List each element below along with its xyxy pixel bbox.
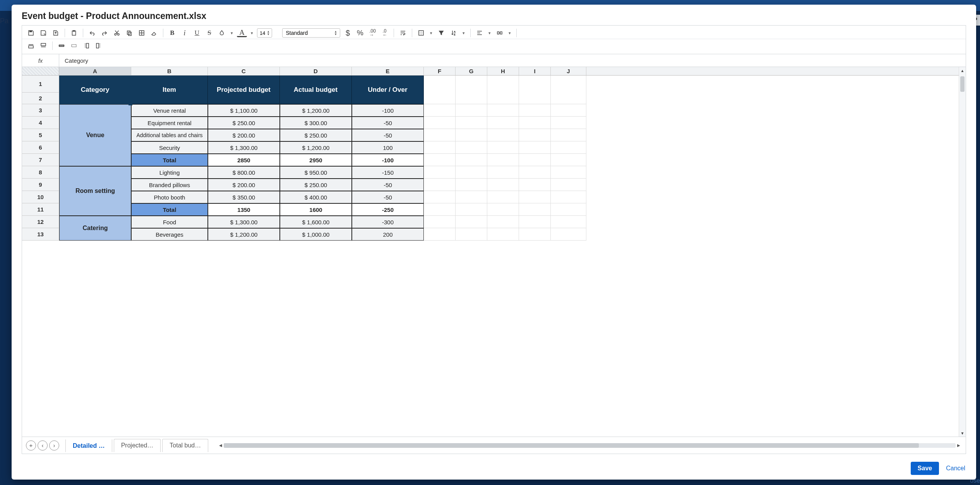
cell[interactable] (487, 76, 519, 104)
cell[interactable] (456, 166, 487, 179)
cell[interactable] (487, 129, 519, 141)
cell[interactable] (519, 216, 551, 228)
cell[interactable] (424, 191, 456, 203)
scroll-thumb[interactable] (960, 76, 965, 92)
cell[interactable]: $ 250.00 (208, 117, 280, 129)
sort-dropdown-icon[interactable]: ▾ (461, 28, 466, 38)
cell[interactable] (519, 191, 551, 203)
borders-icon[interactable] (416, 28, 426, 38)
cell[interactable] (424, 179, 456, 191)
cancel-button[interactable]: Cancel (946, 465, 965, 472)
vertical-scrollbar[interactable]: ▲ ▼ (959, 67, 966, 437)
cell[interactable] (519, 117, 551, 129)
cell[interactable]: Food (131, 216, 208, 228)
cell[interactable]: $ 350.00 (208, 191, 280, 203)
merge-dropdown-icon[interactable]: ▾ (507, 28, 512, 38)
col-header[interactable]: F (424, 67, 456, 75)
cells-area[interactable]: Category Item Projected budget Actual bu… (59, 76, 959, 437)
insert-col-right-icon[interactable] (94, 41, 104, 51)
hscroll-thumb[interactable] (224, 443, 919, 448)
cell[interactable]: $ 250.00 (280, 129, 352, 141)
cell[interactable] (456, 104, 487, 117)
cell[interactable] (456, 191, 487, 203)
cell[interactable] (519, 203, 551, 216)
cell[interactable] (519, 154, 551, 166)
add-sheet-button[interactable]: + (26, 440, 36, 451)
cell[interactable] (424, 141, 456, 154)
sort-icon[interactable]: AZ (449, 28, 459, 38)
bgcolor-icon[interactable] (217, 28, 227, 38)
row-header[interactable]: 6 (22, 141, 59, 154)
cell[interactable] (551, 76, 586, 104)
cell[interactable]: -100 (352, 104, 424, 117)
cell[interactable] (487, 203, 519, 216)
row-header[interactable]: 13 (22, 228, 59, 241)
fx-input[interactable]: Category (59, 54, 966, 67)
row-header[interactable]: 9 (22, 179, 59, 191)
cut-icon[interactable] (112, 28, 122, 38)
cell[interactable] (519, 76, 551, 104)
erase-icon[interactable] (149, 28, 159, 38)
cell[interactable]: $ 1,300.00 (208, 141, 280, 154)
cell[interactable]: -300 (352, 216, 424, 228)
cell[interactable] (551, 154, 586, 166)
copy-icon[interactable] (124, 28, 134, 38)
col-header[interactable]: B (131, 67, 208, 75)
row-header[interactable]: 10 (22, 191, 59, 203)
cell[interactable] (487, 228, 519, 241)
cell[interactable]: $ 1,200.00 (280, 141, 352, 154)
cell[interactable]: -50 (352, 117, 424, 129)
cell[interactable] (456, 203, 487, 216)
percent-icon[interactable]: % (355, 28, 365, 38)
cell[interactable]: Lighting (131, 166, 208, 179)
col-header[interactable]: I (519, 67, 551, 75)
redo-icon[interactable] (99, 28, 110, 38)
scroll-up-icon[interactable]: ▲ (959, 67, 966, 74)
bold-icon[interactable]: B (167, 28, 177, 38)
cell[interactable]: Venue (59, 104, 131, 166)
cell[interactable] (424, 166, 456, 179)
cell[interactable]: $ 400.00 (280, 191, 352, 203)
cell[interactable]: -100 (352, 154, 424, 166)
cell[interactable] (551, 141, 586, 154)
cell[interactable]: -50 (352, 191, 424, 203)
cell[interactable] (519, 179, 551, 191)
next-sheet-button[interactable]: › (49, 440, 59, 451)
wrap-icon[interactable] (398, 28, 408, 38)
cell[interactable] (424, 154, 456, 166)
align-icon[interactable] (475, 28, 485, 38)
cell[interactable]: $ 1,200.00 (208, 228, 280, 241)
cell[interactable]: $ 1,200.00 (280, 104, 352, 117)
cell[interactable]: $ 300.00 (280, 117, 352, 129)
cell[interactable] (487, 191, 519, 203)
save-icon[interactable] (26, 28, 36, 38)
cell[interactable]: -50 (352, 129, 424, 141)
row-header[interactable]: 11 (22, 203, 59, 216)
scroll-left-icon[interactable]: ◀ (218, 443, 224, 447)
cell[interactable] (424, 216, 456, 228)
cell[interactable]: -250 (352, 203, 424, 216)
cell[interactable] (551, 191, 586, 203)
cell[interactable] (456, 76, 487, 104)
cell-style-select[interactable]: Standard ▴▾ (282, 28, 340, 38)
row-header[interactable]: 4 (22, 117, 59, 129)
cell[interactable]: $ 1,300.00 (208, 216, 280, 228)
cell[interactable]: $ 250.00 (280, 179, 352, 191)
cell[interactable]: 2850 (208, 154, 280, 166)
scroll-right-icon[interactable]: ▶ (956, 443, 962, 447)
cell[interactable] (551, 104, 586, 117)
cell[interactable]: Projected budget (208, 76, 280, 104)
export-icon[interactable] (51, 28, 61, 38)
cell[interactable] (456, 141, 487, 154)
cell[interactable] (424, 203, 456, 216)
cell[interactable] (456, 129, 487, 141)
cell[interactable] (551, 179, 586, 191)
horizontal-scrollbar[interactable]: ◀ ▶ (218, 442, 962, 449)
bgcolor-dropdown-icon[interactable]: ▾ (229, 28, 235, 38)
cell[interactable] (551, 216, 586, 228)
cell[interactable] (487, 104, 519, 117)
italic-icon[interactable]: i (180, 28, 190, 38)
cell[interactable] (456, 117, 487, 129)
cell[interactable] (456, 154, 487, 166)
cell[interactable] (551, 117, 586, 129)
